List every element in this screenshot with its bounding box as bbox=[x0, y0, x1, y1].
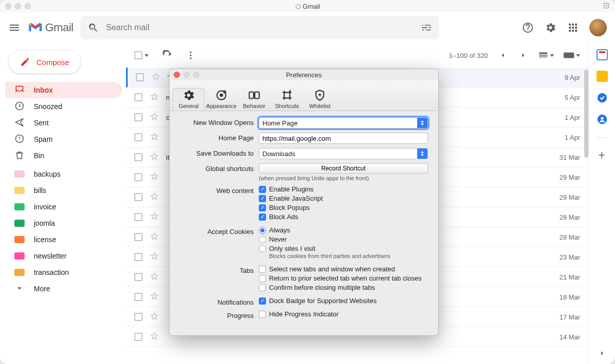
row-checkbox[interactable] bbox=[134, 93, 142, 101]
next-page[interactable] bbox=[518, 50, 529, 61]
window-zoom[interactable] bbox=[25, 3, 31, 9]
star-icon[interactable] bbox=[150, 132, 159, 143]
star-icon[interactable] bbox=[150, 192, 159, 203]
sidebar-label-invoice[interactable]: invoice bbox=[5, 199, 122, 215]
row-checkbox[interactable] bbox=[134, 293, 142, 301]
svg-point-6 bbox=[190, 54, 191, 56]
account-avatar[interactable] bbox=[589, 19, 607, 36]
star-icon[interactable] bbox=[150, 272, 159, 283]
apps-icon[interactable] bbox=[567, 22, 579, 34]
window-minimize[interactable] bbox=[15, 3, 21, 9]
prefs-tab-shortcuts[interactable]: 4 Shortcuts bbox=[271, 88, 303, 111]
refresh-icon[interactable] bbox=[162, 50, 172, 60]
prefs-tab-behavior[interactable]: Behavior bbox=[238, 88, 270, 111]
sidebar-label-joomla[interactable]: joomla bbox=[5, 215, 122, 231]
record-shortcut-button[interactable]: Record Shortcut bbox=[259, 163, 428, 174]
add-app-icon[interactable] bbox=[597, 150, 608, 161]
row-checkbox[interactable] bbox=[134, 173, 142, 181]
window-close[interactable] bbox=[5, 3, 11, 9]
prefs-tab-appearance[interactable]: Appearance bbox=[206, 88, 237, 111]
row-checkbox[interactable] bbox=[134, 133, 142, 141]
star-icon[interactable] bbox=[150, 332, 159, 342]
chk-enable-js[interactable]: Enable JavaScript bbox=[259, 195, 428, 202]
star-icon[interactable] bbox=[150, 232, 159, 243]
star-icon[interactable] bbox=[150, 92, 159, 103]
rad-cookies-only[interactable]: Only sites I visit bbox=[259, 245, 428, 252]
scrollbar-thumb[interactable] bbox=[584, 70, 588, 158]
chk-return-prior[interactable]: Return to prior selected tab when curren… bbox=[259, 274, 428, 282]
chk-confirm-close[interactable]: Confirm before closing multiple tabs bbox=[259, 284, 428, 291]
more-icon[interactable] bbox=[186, 50, 196, 60]
sidebar-item-spam[interactable]: Spam bbox=[5, 131, 122, 147]
star-icon[interactable] bbox=[150, 292, 159, 303]
star-icon[interactable] bbox=[150, 152, 159, 163]
sidebar-item-snoozed[interactable]: Snoozed bbox=[5, 98, 122, 115]
search-bar[interactable] bbox=[80, 16, 439, 39]
help-icon[interactable] bbox=[522, 22, 534, 34]
keep-icon[interactable] bbox=[597, 71, 608, 82]
star-icon[interactable] bbox=[150, 312, 159, 323]
window-title: Gmail bbox=[303, 3, 320, 10]
chk-enable-plugins[interactable]: Enable Plugins bbox=[259, 185, 428, 193]
split-pane-icon[interactable] bbox=[538, 51, 554, 59]
star-icon[interactable] bbox=[150, 252, 159, 263]
select-all[interactable] bbox=[134, 51, 149, 59]
window-expand-icon[interactable] bbox=[603, 2, 610, 11]
radio-icon bbox=[259, 245, 266, 252]
record-shortcut-hint: (when pressed bring Unite apps to the fr… bbox=[259, 175, 428, 181]
sidebar-label-newsletter[interactable]: newsletter bbox=[5, 248, 122, 264]
new-window-select[interactable]: Home Page bbox=[259, 117, 428, 129]
checkbox-icon bbox=[259, 275, 266, 282]
sidebar-item-bin[interactable]: Bin bbox=[5, 147, 122, 164]
row-checkbox[interactable] bbox=[134, 273, 142, 281]
cookies-sub: Blocks cookies from third parties and ad… bbox=[269, 253, 428, 259]
rad-cookies-always[interactable]: Always bbox=[259, 226, 428, 234]
calendar-icon[interactable] bbox=[597, 49, 608, 60]
star-icon[interactable] bbox=[150, 212, 159, 223]
sidebar-item-inbox[interactable]: Inbox bbox=[5, 82, 122, 98]
star-icon[interactable] bbox=[151, 72, 160, 83]
search-input[interactable] bbox=[106, 23, 414, 32]
dialog-title: Preferences bbox=[170, 71, 438, 79]
rad-cookies-never[interactable]: Never bbox=[259, 235, 428, 243]
chk-select-new-tabs[interactable]: Select new tabs and window when created bbox=[259, 265, 428, 273]
row-checkbox[interactable] bbox=[134, 153, 142, 161]
sidebar-label-backups[interactable]: backups bbox=[5, 166, 122, 182]
prefs-tab-whitelist[interactable]: Whitelist bbox=[304, 88, 336, 111]
row-checkbox[interactable] bbox=[134, 253, 142, 261]
gear-icon[interactable] bbox=[544, 22, 557, 34]
label-progress: Progress bbox=[176, 310, 259, 319]
row-checkbox[interactable] bbox=[134, 213, 142, 221]
search-icon bbox=[88, 22, 99, 33]
contacts-icon[interactable] bbox=[597, 114, 608, 125]
star-icon[interactable] bbox=[150, 112, 159, 123]
prev-page[interactable] bbox=[497, 50, 508, 61]
chk-block-popups[interactable]: Block Popups bbox=[259, 204, 428, 211]
collapse-panel-icon[interactable] bbox=[597, 348, 608, 359]
sidebar-label-transaction[interactable]: transaction bbox=[5, 264, 122, 281]
search-options-icon[interactable] bbox=[421, 22, 432, 33]
row-checkbox[interactable] bbox=[134, 113, 142, 121]
row-checkbox[interactable] bbox=[136, 73, 144, 81]
row-checkbox[interactable] bbox=[134, 233, 142, 241]
sidebar-label-license[interactable]: license bbox=[5, 231, 122, 248]
chk-block-ads[interactable]: Block Ads bbox=[259, 213, 428, 221]
tasks-icon[interactable] bbox=[597, 92, 608, 103]
star-icon[interactable] bbox=[150, 172, 159, 183]
sidebar-more[interactable]: More bbox=[5, 281, 122, 297]
compose-button[interactable]: Compose bbox=[8, 50, 81, 74]
chk-dock-badge[interactable]: Dock Badge for Supported Websites bbox=[259, 297, 428, 305]
gmail-logo[interactable]: Gmail bbox=[28, 21, 73, 34]
row-checkbox[interactable] bbox=[134, 313, 142, 321]
mail-date: 14 Mar bbox=[560, 333, 580, 341]
home-page-input[interactable] bbox=[259, 133, 428, 144]
row-checkbox[interactable] bbox=[134, 333, 142, 341]
chk-hide-progress[interactable]: Hide Progress Indicator bbox=[259, 310, 428, 318]
input-tools-icon[interactable] bbox=[563, 52, 580, 59]
main-menu-icon[interactable] bbox=[8, 22, 20, 34]
sidebar-label-bills[interactable]: bills bbox=[5, 182, 122, 199]
prefs-tab-general[interactable]: General bbox=[173, 88, 204, 111]
downloads-select[interactable]: Downloads bbox=[259, 148, 428, 159]
row-checkbox[interactable] bbox=[134, 193, 142, 201]
sidebar-item-sent[interactable]: Sent bbox=[5, 115, 122, 131]
